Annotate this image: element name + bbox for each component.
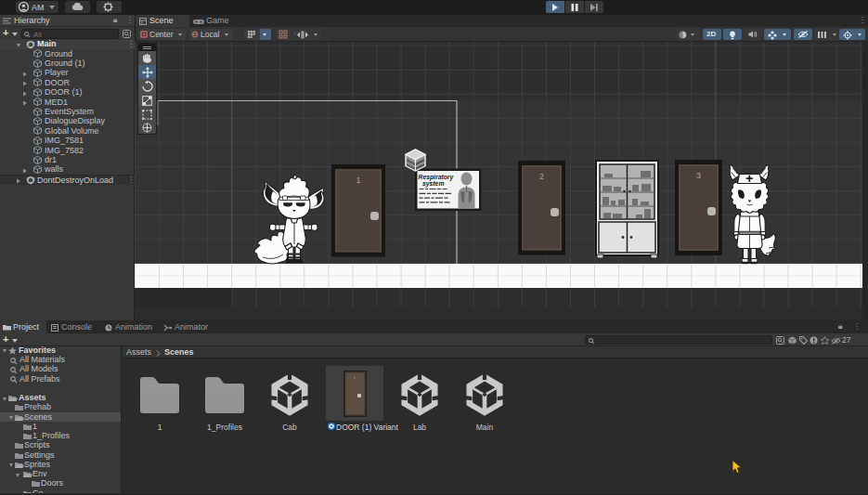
svg-text:1: 1 bbox=[356, 176, 360, 185]
svg-text:system: system bbox=[422, 180, 444, 188]
svg-text:3: 3 bbox=[696, 171, 701, 180]
svg-text:2: 2 bbox=[539, 172, 544, 181]
